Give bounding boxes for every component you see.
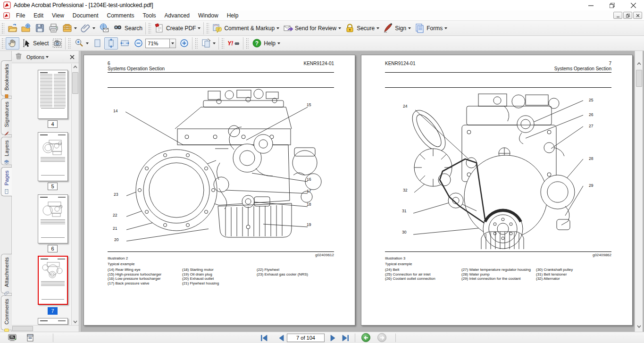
panel-close-icon[interactable] (70, 53, 75, 61)
scroll-up-arrow[interactable] (72, 64, 79, 71)
page-thumbnail-5[interactable] (38, 132, 68, 181)
toolbar-grip[interactable] (149, 23, 151, 33)
scroll-down-arrow[interactable] (636, 323, 643, 330)
page-thumbnail-8-partial[interactable] (38, 318, 68, 325)
comment-markup-button[interactable]: Comment & Markup (210, 22, 281, 34)
scroll-thumb[interactable] (72, 72, 78, 94)
yahoo-search-button[interactable]: Y! (226, 37, 242, 50)
menu-item[interactable]: View (48, 10, 68, 21)
tab-pages[interactable]: Pages (1, 167, 12, 196)
toolbar-grip[interactable] (246, 38, 249, 49)
zoom-out-button[interactable] (132, 37, 145, 50)
next-view-button[interactable] (377, 333, 386, 342)
open-button[interactable] (6, 22, 19, 34)
restore-button[interactable] (602, 0, 623, 10)
select-tool-button[interactable]: Select (19, 37, 50, 50)
attach-dropdown-arrow[interactable] (92, 27, 95, 29)
forms-dropdown-arrow[interactable] (444, 27, 447, 29)
organizer-button[interactable] (60, 22, 79, 34)
tab-signatures[interactable]: Signatures (1, 98, 12, 135)
doc-close-button[interactable] (633, 12, 642, 19)
document-viewport[interactable]: 6 KENR9124-01 Systems Operation Section (81, 51, 635, 332)
attach-button[interactable] (79, 22, 97, 34)
actual-size-button[interactable] (91, 37, 104, 50)
menu-item[interactable]: Document (68, 10, 103, 21)
toolbar-grip[interactable] (222, 38, 224, 49)
toolbar-grip[interactable] (207, 23, 209, 33)
options-menu-button[interactable]: Options (26, 54, 44, 60)
search-button[interactable]: Search (111, 22, 144, 34)
page-thumbnail-6[interactable] (38, 194, 68, 243)
last-page-button[interactable] (340, 334, 351, 342)
scroll-down-arrow[interactable] (72, 318, 79, 325)
doc-minimize-button[interactable] (613, 12, 622, 19)
toolbar-grip[interactable] (2, 38, 4, 49)
doc-restore-button[interactable] (623, 12, 632, 19)
sign-button[interactable]: Sign (381, 22, 413, 34)
save-button[interactable] (33, 22, 47, 34)
document-scrollbar[interactable] (635, 51, 643, 332)
page-thumbnail-7[interactable] (38, 256, 68, 305)
send-for-review-button[interactable]: Send for Review (281, 22, 343, 34)
page-display-dropdown-arrow[interactable] (213, 42, 216, 44)
thumbnail-label-7[interactable]: 7 (48, 307, 58, 315)
open-web-page-button[interactable] (19, 22, 33, 34)
fit-page-button[interactable] (104, 37, 118, 50)
thumbnail-label-4[interactable]: 4 (48, 120, 58, 128)
page-thumbnail-4[interactable] (38, 70, 68, 119)
thumbnail-label-5[interactable]: 5 (48, 183, 58, 190)
tab-attachments[interactable]: Attachments (1, 254, 12, 293)
previous-page-button[interactable] (276, 334, 287, 342)
scroll-thumb[interactable] (636, 70, 642, 87)
organizer-dropdown-arrow[interactable] (74, 27, 77, 29)
zoom-level-dropdown[interactable] (170, 39, 176, 48)
menu-item[interactable]: Edit (29, 10, 48, 21)
next-page-button[interactable] (327, 334, 339, 342)
help-button[interactable]: ? Help (250, 37, 282, 50)
pages-panel-hscrollbar[interactable] (12, 325, 79, 332)
fit-width-button[interactable] (118, 37, 132, 50)
menu-item[interactable]: Help (223, 10, 243, 21)
menu-item[interactable]: Advanced (160, 10, 194, 21)
forms-button[interactable]: Forms (413, 22, 449, 34)
secure-dropdown-arrow[interactable] (376, 27, 379, 29)
sign-dropdown-arrow[interactable] (408, 27, 411, 29)
thumbnail-label-6[interactable]: 6 (48, 245, 58, 252)
help-dropdown-arrow[interactable] (277, 42, 280, 44)
zoom-in-button[interactable] (177, 37, 191, 50)
delete-pages-icon[interactable] (16, 53, 22, 61)
toolbar-grip[interactable] (195, 38, 198, 49)
zoom-level-input[interactable] (145, 39, 170, 48)
toolbar-grip[interactable] (68, 38, 71, 49)
email-button[interactable] (97, 22, 111, 34)
first-page-button[interactable] (259, 334, 270, 342)
reading-mode-button[interactable] (7, 334, 18, 342)
tab-bookmarks[interactable]: Bookmarks (1, 60, 12, 96)
options-dropdown-arrow[interactable] (46, 56, 49, 58)
page-number-input[interactable] (287, 334, 325, 342)
page-layout-single-button[interactable] (25, 334, 36, 342)
snapshot-tool-button[interactable] (50, 37, 64, 50)
minimize-button[interactable] (580, 0, 602, 10)
hscroll-thumb[interactable] (12, 326, 33, 331)
comment-markup-dropdown-arrow[interactable] (276, 27, 279, 29)
toolbar-grip[interactable] (2, 23, 4, 33)
zoom-tool-dropdown-arrow[interactable] (86, 42, 89, 44)
print-button[interactable] (47, 22, 60, 34)
menu-item[interactable]: Comments (103, 10, 139, 21)
menu-item[interactable]: File (12, 10, 29, 21)
close-button[interactable] (623, 0, 644, 10)
create-pdf-dropdown-arrow[interactable] (198, 27, 201, 29)
tab-comments[interactable]: Comments (1, 295, 12, 330)
scroll-up-arrow[interactable] (636, 60, 643, 67)
tab-layers[interactable]: Layers (1, 137, 12, 165)
send-for-review-dropdown-arrow[interactable] (338, 27, 341, 29)
page-display-button[interactable] (199, 37, 217, 50)
menu-item[interactable]: Window (194, 10, 223, 21)
create-pdf-button[interactable]: Create PDF (152, 22, 202, 34)
previous-view-button[interactable] (361, 333, 370, 342)
secure-button[interactable]: Secure (343, 22, 381, 34)
zoom-tool-button[interactable] (72, 37, 91, 50)
pages-panel-scrollbar[interactable] (71, 64, 79, 325)
menu-item[interactable]: Tools (139, 10, 160, 21)
